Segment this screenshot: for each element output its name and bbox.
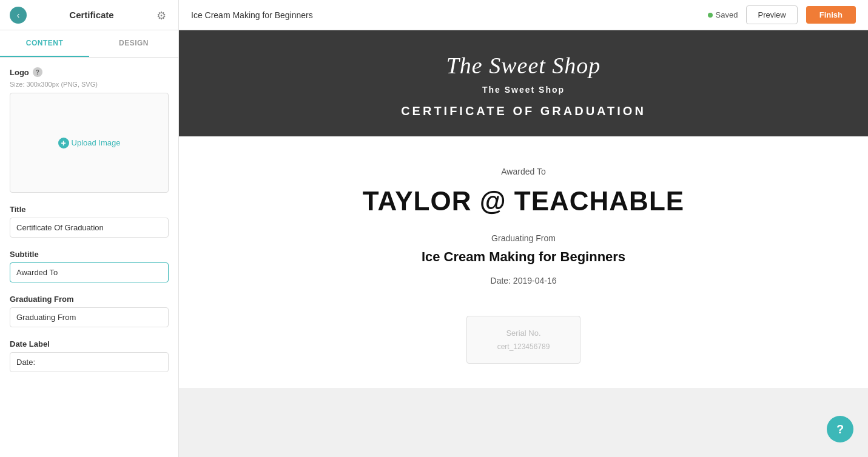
preview-area: The Sweet Shop The Sweet Shop CERTIFICAT… <box>179 30 868 457</box>
date-label-field-group: Date Label <box>10 339 169 372</box>
cert-body: Awarded To TAYLOR @ TEACHABLE Graduating… <box>179 136 868 388</box>
top-bar-right: Saved Preview Finish <box>708 5 856 24</box>
plus-circle-icon: + <box>58 138 69 148</box>
logo-size-hint: Size: 300x300px (PNG, SVG) <box>10 81 169 88</box>
cert-student-name: TAYLOR @ TEACHABLE <box>179 186 868 216</box>
cert-school-name: The Sweet Shop <box>179 85 868 95</box>
cert-logo-script: The Sweet Shop <box>179 52 868 79</box>
cert-serial-value: cert_123456789 <box>497 342 550 351</box>
help-button[interactable]: ? <box>827 416 853 442</box>
preview-button[interactable]: Preview <box>746 5 797 24</box>
tab-design[interactable]: DESIGN <box>89 30 178 57</box>
graduating-from-label: Graduating From <box>10 295 169 304</box>
subtitle-input[interactable] <box>10 262 169 282</box>
course-title: Ice Cream Making for Beginners <box>191 10 313 20</box>
cert-title-text: CERTIFICATE OF GRADUATION <box>179 104 868 118</box>
tab-content[interactable]: CONTENT <box>0 30 89 57</box>
panel-header: ‹ Certificate ⚙ <box>0 0 178 30</box>
logo-help-icon[interactable]: ? <box>33 67 42 77</box>
title-input[interactable] <box>10 218 169 238</box>
top-bar: Ice Cream Making for Beginners Saved Pre… <box>179 0 868 30</box>
finish-button[interactable]: Finish <box>806 6 856 24</box>
panel-body: Logo ? Size: 300x300px (PNG, SVG) + Uplo… <box>0 58 178 457</box>
date-label-label: Date Label <box>10 339 169 349</box>
logo-upload-box[interactable]: + Upload Image <box>10 93 169 193</box>
cert-graduating-from-label: Graduating From <box>179 233 868 243</box>
left-panel: ‹ Certificate ⚙ CONTENT DESIGN Logo ? Si… <box>0 0 179 457</box>
panel-title: Certificate <box>69 10 113 20</box>
cert-header: The Sweet Shop The Sweet Shop CERTIFICAT… <box>179 30 868 136</box>
tabs-row: CONTENT DESIGN <box>0 30 178 58</box>
gear-icon[interactable]: ⚙ <box>156 9 169 21</box>
back-button[interactable]: ‹ <box>10 7 27 24</box>
title-label: Title <box>10 205 169 214</box>
certificate-wrapper: The Sweet Shop The Sweet Shop CERTIFICAT… <box>179 30 868 457</box>
saved-badge: Saved <box>708 10 738 19</box>
cert-serial-label: Serial No. <box>497 329 550 338</box>
saved-dot <box>708 13 713 18</box>
date-label-input[interactable] <box>10 352 169 372</box>
subtitle-field-group: Subtitle <box>10 250 169 282</box>
graduating-from-input[interactable] <box>10 307 169 327</box>
cert-awarded-to-label: Awarded To <box>179 167 868 176</box>
subtitle-label: Subtitle <box>10 250 169 259</box>
cert-serial-box: Serial No. cert_123456789 <box>466 316 581 364</box>
upload-label: + Upload Image <box>58 138 121 148</box>
logo-field-group: Logo ? Size: 300x300px (PNG, SVG) + Uplo… <box>10 67 169 193</box>
cert-course-name: Ice Cream Making for Beginners <box>179 249 868 265</box>
graduating-from-field-group: Graduating From <box>10 295 169 327</box>
cert-date: Date: 2019-04-16 <box>179 276 868 285</box>
logo-label: Logo ? <box>10 67 169 77</box>
title-field-group: Title <box>10 205 169 238</box>
